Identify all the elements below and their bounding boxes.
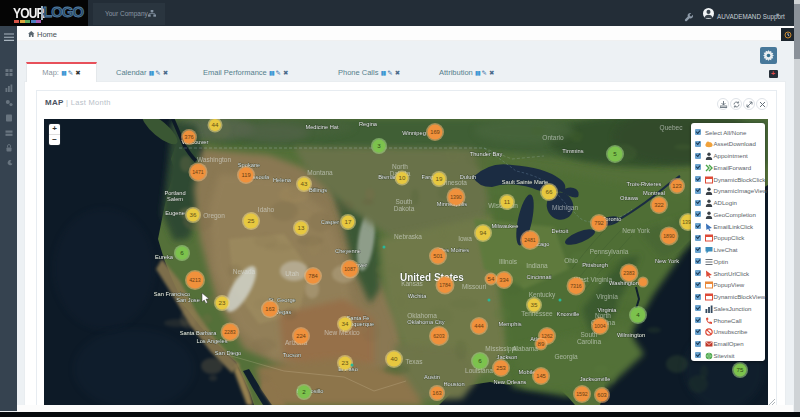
svg-text:17: 17 (345, 218, 352, 225)
svg-text:United States: United States (400, 272, 464, 283)
svg-text:Billings: Billings (309, 187, 327, 193)
svg-text:Oregon: Oregon (203, 212, 225, 220)
svg-text:94: 94 (480, 229, 487, 236)
svg-text:Winnipeg: Winnipeg (402, 130, 426, 136)
svg-text:123: 123 (672, 183, 682, 189)
svg-text:253: 253 (496, 365, 506, 371)
svg-text:Oklahoma City: Oklahoma City (407, 319, 444, 325)
svg-text:10: 10 (399, 174, 406, 181)
svg-text:163: 163 (432, 390, 442, 396)
svg-text:2: 2 (302, 388, 306, 395)
svg-text:Alabama: Alabama (512, 345, 538, 352)
svg-text:40: 40 (391, 355, 398, 362)
svg-text:4: 4 (636, 311, 640, 318)
svg-text:1390: 1390 (450, 194, 462, 200)
svg-text:Wilmington: Wilmington (617, 332, 645, 338)
svg-text:119: 119 (241, 172, 250, 178)
svg-text:376: 376 (184, 134, 194, 140)
svg-text:1087: 1087 (344, 266, 356, 272)
svg-text:5: 5 (613, 150, 617, 157)
svg-text:Sault Sainte Marie: Sault Sainte Marie (502, 179, 548, 185)
svg-text:Thunder Bay: Thunder Bay (470, 151, 503, 157)
svg-text:169: 169 (430, 129, 440, 135)
svg-text:Texas: Texas (406, 358, 424, 365)
svg-text:Indiana: Indiana (526, 262, 548, 269)
svg-text:Los Angeles: Los Angeles (197, 338, 228, 344)
svg-text:1471: 1471 (192, 169, 204, 175)
svg-text:Ontario: Ontario (542, 134, 564, 141)
svg-text:Tucson: Tucson (283, 352, 301, 358)
svg-text:New York: New York (622, 227, 650, 234)
svg-text:Timmins: Timmins (562, 148, 583, 154)
svg-text:Medicine Hat: Medicine Hat (305, 124, 339, 130)
svg-text:784: 784 (308, 273, 318, 279)
svg-text:Idaho: Idaho (258, 206, 275, 213)
svg-text:Illinois: Illinois (499, 258, 518, 265)
svg-text:Montana: Montana (307, 169, 333, 176)
svg-text:Santa Barbara: Santa Barbara (180, 330, 218, 336)
svg-text:54: 54 (488, 275, 495, 282)
svg-text:New Orleans: New Orleans (494, 379, 527, 385)
svg-text:501: 501 (433, 253, 443, 259)
svg-text:Cheyenne: Cheyenne (335, 248, 361, 254)
svg-text:Nevada: Nevada (233, 268, 256, 275)
svg-text:36: 36 (190, 211, 197, 218)
svg-text:Helena: Helena (273, 177, 292, 183)
svg-text:Pittsburgh: Pittsburgh (582, 262, 608, 268)
svg-text:Trois-Rivieres: Trois-Rivieres (627, 181, 662, 187)
svg-text:Nebraska: Nebraska (394, 233, 422, 240)
svg-text:2383: 2383 (623, 270, 635, 276)
svg-text:322: 322 (654, 202, 664, 208)
svg-text:3: 3 (377, 142, 381, 149)
svg-text:25: 25 (248, 217, 255, 224)
svg-text:Georgia: Georgia (554, 353, 578, 361)
svg-text:Knoxville: Knoxville (557, 311, 580, 317)
svg-text:Quebec: Quebec (660, 124, 684, 132)
svg-text:Jacksonville: Jacksonville (580, 376, 611, 382)
svg-text:Dakota: Dakota (394, 205, 415, 212)
svg-text:Missouri: Missouri (462, 283, 486, 290)
svg-text:13: 13 (298, 224, 305, 231)
svg-text:6203: 6203 (433, 333, 445, 339)
svg-text:San Jose: San Jose (176, 297, 200, 303)
svg-text:66: 66 (546, 188, 553, 195)
svg-text:Oklahoma: Oklahoma (407, 312, 437, 319)
svg-text:44: 44 (212, 121, 219, 128)
svg-text:4213: 4213 (189, 277, 201, 283)
svg-text:Montreal: Montreal (643, 190, 665, 196)
svg-text:Cincinnati: Cincinnati (527, 274, 552, 280)
svg-text:Duluth: Duluth (460, 174, 476, 180)
svg-text:1592: 1592 (576, 391, 588, 397)
svg-text:1890: 1890 (663, 233, 675, 239)
svg-text:San Diego: San Diego (215, 350, 242, 356)
svg-text:792: 792 (594, 220, 604, 226)
svg-text:11: 11 (504, 198, 511, 205)
svg-text:Ohio: Ohio (564, 257, 578, 264)
svg-text:Memphis: Memphis (498, 321, 521, 327)
svg-text:43: 43 (301, 180, 308, 187)
svg-text:1784: 1784 (439, 282, 451, 288)
svg-text:Michigan: Michigan (552, 204, 578, 212)
svg-text:North: North (392, 163, 408, 170)
svg-text:145: 145 (536, 373, 546, 379)
svg-text:444: 444 (474, 323, 484, 329)
svg-text:Utah: Utah (285, 270, 299, 277)
svg-text:Detroit: Detroit (552, 228, 569, 234)
svg-text:7316: 7316 (570, 283, 582, 289)
svg-text:34: 34 (342, 320, 349, 327)
svg-text:1004: 1004 (594, 323, 606, 329)
svg-text:Austin: Austin (424, 374, 440, 380)
svg-text:Carolina: Carolina (577, 338, 602, 345)
svg-text:Milwaukee: Milwaukee (492, 223, 519, 229)
svg-text:Salem: Salem (167, 196, 183, 202)
svg-text:Pennsylvania: Pennsylvania (590, 248, 629, 256)
svg-text:89: 89 (538, 340, 545, 347)
svg-text:Washington: Washington (197, 156, 231, 164)
svg-text:Eugene: Eugene (165, 210, 185, 216)
svg-text:Iowa: Iowa (458, 235, 472, 242)
svg-text:334: 334 (499, 277, 509, 283)
svg-text:2283: 2283 (224, 329, 236, 335)
svg-text:Virginia: Virginia (596, 293, 618, 301)
svg-text:South: South (396, 198, 413, 205)
svg-text:Eureka: Eureka (155, 254, 174, 260)
